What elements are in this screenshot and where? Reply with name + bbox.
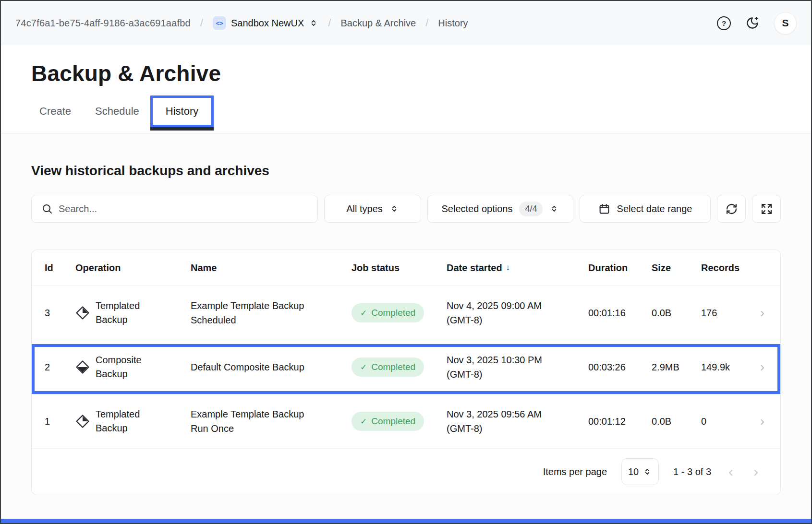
timezone-value: (GMT-8) [447,313,588,327]
previous-page-chevron-icon[interactable]: ‹ [726,464,736,479]
cell-operation: Composite Backup [75,353,191,381]
status-badge: ✓ Completed [351,412,424,431]
chevron-up-down-icon [389,204,399,214]
user-avatar[interactable]: S [774,12,797,35]
cell-status: ✓ Completed [351,412,447,431]
table-pagination: Items per page 10 1 - 3 of 3 ‹ › [32,448,780,495]
column-header-name: Name [191,262,351,274]
timezone-value: (GMT-8) [447,421,588,436]
check-icon: ✓ [360,308,367,318]
page-size-value: 10 [628,466,639,477]
sort-descending-icon: ↓ [506,263,510,273]
section-heading: View historical backups and archives [31,133,781,179]
cell-size: 0.0B [652,416,701,427]
breadcrumb: 74c7f6a1-be75-4aff-9186-a3ac691aafbd / <… [15,16,468,30]
status-badge: ✓ Completed [351,357,424,377]
cell-operation: Templated Backup [75,407,191,435]
tab-history-highlight-annotation: History [150,95,214,127]
breadcrumb-separator: / [425,17,428,29]
chevron-up-down-icon [642,467,652,476]
cell-status: ✓ Completed [351,357,447,377]
breadcrumb-current-page: History [438,18,468,29]
date-range-picker[interactable]: Select date range [580,195,711,223]
tab-create[interactable]: Create [39,105,71,118]
pagination-range-label: 1 - 3 of 3 [673,466,711,477]
status-label: Completed [371,416,415,427]
search-box[interactable] [31,195,318,223]
cell-size: 0.0B [652,308,701,319]
project-selector-label: Sandbox NewUX [231,18,304,29]
date-value: Nov 3, 2025 10:30 PM [447,353,588,367]
page-size-stepper[interactable]: 10 [621,458,659,485]
page-title: Backup & Archive [31,60,811,86]
history-table: Id Operation Name Job status Date starte… [31,250,781,495]
operation-label: Templated Backup [96,407,152,435]
column-header-operation: Operation [75,262,191,274]
row-expand-chevron-icon[interactable]: › [751,305,767,321]
refresh-button[interactable] [717,195,746,223]
options-filter-dropdown[interactable]: Selected options 4/4 [427,195,573,223]
cell-size: 2.9MB [652,362,701,373]
options-count-badge: 4/4 [519,202,543,216]
chevron-up-down-icon [309,18,318,28]
table-row[interactable]: 3 Templated Backup Example Template Back… [32,286,780,340]
cell-name: Default Composite Backup [191,360,321,374]
items-per-page-label: Items per page [543,466,607,477]
column-header-date-started[interactable]: Date started ↓ [447,262,588,274]
column-header-records: Records [701,262,751,274]
column-header-date-label: Date started [447,262,502,274]
help-icon[interactable]: ? [717,16,731,30]
expand-fullscreen-button[interactable] [752,195,781,223]
cell-name: Example Template Backup Scheduled [191,298,321,327]
next-page-chevron-icon[interactable]: › [751,464,761,479]
column-header-status: Job status [351,262,447,274]
cell-duration: 00:03:26 [588,362,652,373]
app-window: 74c7f6a1-be75-4aff-9186-a3ac691aafbd / <… [0,0,812,524]
status-label: Completed [371,362,415,372]
breadcrumb-org-id[interactable]: 74c7f6a1-be75-4aff-9186-a3ac691aafbd [15,18,191,29]
main-content: View historical backups and archives All… [1,133,811,524]
calendar-icon [598,203,610,215]
row-expand-chevron-icon[interactable]: › [751,414,767,429]
table-row-highlighted[interactable]: 2 Composite Backup Default Composite Bac… [32,340,780,394]
date-value: Nov 4, 2025 09:00 AM [447,298,588,313]
refresh-icon [726,203,738,215]
breadcrumb-section[interactable]: Backup & Archive [340,18,416,29]
type-filter-label: All types [346,203,383,214]
tab-schedule[interactable]: Schedule [95,105,139,118]
cell-id: 3 [45,308,75,319]
tab-bar: Create Schedule History [1,89,811,133]
status-label: Completed [371,308,415,318]
column-header-id: Id [45,262,75,274]
cell-status: ✓ Completed [351,303,447,322]
column-header-size: Size [652,262,701,274]
cell-duration: 00:01:16 [588,308,652,319]
dark-mode-toggle-moon-icon[interactable] [745,16,760,30]
cell-date-started: Nov 3, 2025 09:56 AM (GMT-8) [447,407,588,436]
expand-icon [761,203,773,215]
chevron-up-down-icon [549,204,559,214]
status-badge: ✓ Completed [351,303,424,322]
templated-backup-diamond-icon [75,414,90,429]
cell-name: Example Template Backup Run Once [191,407,321,436]
cell-id: 2 [45,362,75,373]
operation-label: Composite Backup [96,353,152,381]
operation-label: Templated Backup [96,299,152,327]
cell-id: 1 [45,416,75,427]
date-value: Nov 3, 2025 09:56 AM [447,407,588,421]
check-icon: ✓ [360,417,367,427]
breadcrumb-separator: / [200,17,203,29]
row-expand-chevron-icon[interactable]: › [751,359,767,375]
tab-history[interactable]: History [166,105,198,118]
search-input[interactable] [59,203,308,214]
column-header-duration: Duration [588,262,652,274]
project-selector[interactable]: <> Sandbox NewUX [213,16,318,30]
options-filter-label: Selected options [442,203,513,214]
breadcrumb-separator: / [328,17,331,29]
cell-date-started: Nov 4, 2025 09:00 AM (GMT-8) [447,298,588,327]
table-row[interactable]: 1 Templated Backup Example Template Back… [32,394,780,448]
cell-date-started: Nov 3, 2025 10:30 PM (GMT-8) [447,353,588,381]
type-filter-dropdown[interactable]: All types [324,195,421,223]
date-range-label: Select date range [617,203,692,214]
top-bar-actions: ? S [717,12,797,35]
